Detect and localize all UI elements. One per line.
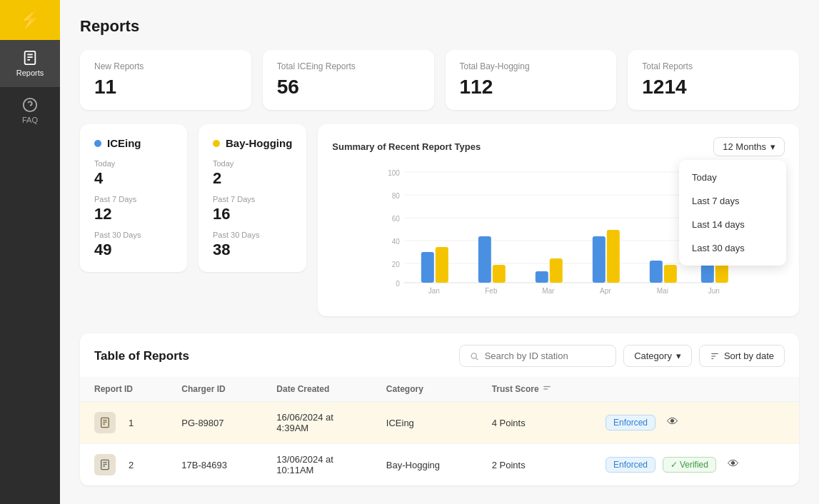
iceing-7days-value: 12 bbox=[94, 205, 173, 223]
svg-rect-27 bbox=[593, 236, 606, 283]
chart-header: Summary of Recent Report Types 12 Months… bbox=[332, 137, 785, 156]
table-section: Table of Reports Category ▾ Sort by d bbox=[80, 333, 799, 485]
svg-rect-30 bbox=[650, 261, 663, 283]
row2-id: 2 bbox=[80, 444, 167, 486]
row1-category: ICEing bbox=[372, 402, 478, 444]
iceing-30days-value: 49 bbox=[94, 241, 173, 259]
svg-text:0: 0 bbox=[396, 280, 401, 288]
stat-value-total-bayhogging: 112 bbox=[460, 76, 603, 99]
iceing-dot bbox=[94, 140, 101, 147]
chart-dropdown-menu: Today Last 7 days Last 14 days Last 30 d… bbox=[679, 160, 786, 266]
svg-rect-22 bbox=[493, 265, 506, 283]
iceing-today-label: Today bbox=[94, 159, 173, 168]
stat-card-total-reports: Total Reports 1214 bbox=[628, 50, 799, 110]
col-charger-id: Charger ID bbox=[167, 377, 262, 402]
row1-id: 1 bbox=[80, 402, 167, 444]
svg-rect-24 bbox=[536, 271, 548, 283]
svg-text:Feb: Feb bbox=[486, 287, 498, 295]
bayhogging-card-title: Bay-Hogging bbox=[226, 137, 292, 149]
row1-trust-score: 4 Points bbox=[478, 402, 591, 444]
stat-label-new-reports: New Reports bbox=[94, 61, 237, 71]
type-cards: ICEing Today 4 Past 7 Days 12 Past 30 Da… bbox=[80, 124, 306, 272]
table-title: Table of Reports bbox=[94, 349, 189, 363]
stat-label-total-iceing: Total ICEing Reports bbox=[277, 61, 420, 71]
svg-text:100: 100 bbox=[388, 169, 400, 177]
iceing-today-value: 4 bbox=[94, 169, 173, 188]
chevron-down-icon: ▾ bbox=[676, 351, 681, 361]
svg-rect-31 bbox=[664, 265, 677, 283]
row2-verified-badge: ✓ Verified bbox=[663, 457, 716, 473]
svg-text:60: 60 bbox=[392, 215, 401, 223]
stat-value-total-iceing: 56 bbox=[277, 76, 420, 99]
svg-rect-28 bbox=[607, 230, 620, 283]
faq-icon bbox=[22, 97, 38, 113]
sidebar-item-faq-label: FAQ bbox=[22, 116, 38, 124]
chart-dropdown-label: 12 Months bbox=[723, 141, 766, 152]
sidebar-logo[interactable]: ⚡ bbox=[0, 0, 60, 40]
svg-text:Mai: Mai bbox=[657, 287, 668, 295]
stats-row: New Reports 11 Total ICEing Reports 56 T… bbox=[80, 50, 799, 110]
chart-title: Summary of Recent Report Types bbox=[332, 141, 481, 152]
svg-text:80: 80 bbox=[392, 192, 401, 200]
sort-label: Sort by date bbox=[724, 351, 774, 361]
row2-category: Bay-Hogging bbox=[372, 444, 478, 486]
svg-point-36 bbox=[471, 353, 476, 358]
bayhogging-card-header: Bay-Hogging bbox=[213, 137, 292, 149]
main-content: Reports New Reports 11 Total ICEing Repo… bbox=[60, 0, 819, 504]
svg-rect-21 bbox=[478, 236, 491, 283]
svg-rect-25 bbox=[550, 258, 563, 283]
col-date-created: Date Created bbox=[262, 377, 371, 402]
row2-enforced-badge: Enforced bbox=[606, 457, 655, 473]
search-box[interactable] bbox=[459, 345, 616, 367]
sidebar-item-reports-label: Reports bbox=[16, 69, 44, 77]
stat-label-total-reports: Total Reports bbox=[642, 61, 785, 71]
bayhogging-dot bbox=[213, 140, 220, 147]
stat-value-new-reports: 11 bbox=[94, 76, 237, 99]
logo-icon: ⚡ bbox=[19, 9, 41, 31]
middle-row: ICEing Today 4 Past 7 Days 12 Past 30 Da… bbox=[80, 124, 799, 316]
svg-rect-18 bbox=[421, 252, 434, 283]
category-button[interactable]: Category ▾ bbox=[623, 345, 692, 367]
bayhogging-today-value: 2 bbox=[213, 169, 292, 188]
bayhogging-today-label: Today bbox=[213, 159, 292, 168]
col-trust-score: Trust Score bbox=[478, 377, 591, 402]
table-controls: Category ▾ Sort by date bbox=[459, 345, 785, 367]
bayhogging-7days-value: 16 bbox=[213, 205, 292, 223]
table-top: Table of Reports Category ▾ Sort by d bbox=[80, 333, 799, 377]
dropdown-option-30days[interactable]: Last 30 days bbox=[679, 236, 786, 260]
stat-card-total-iceing: Total ICEing Reports 56 bbox=[263, 50, 434, 110]
sidebar-item-faq[interactable]: FAQ bbox=[0, 87, 60, 134]
iceing-card: ICEing Today 4 Past 7 Days 12 Past 30 Da… bbox=[80, 124, 187, 272]
search-input[interactable] bbox=[485, 351, 606, 361]
chevron-down-icon: ▾ bbox=[770, 141, 775, 152]
chart-dropdown-btn[interactable]: 12 Months ▾ bbox=[713, 137, 785, 156]
row2-report-icon bbox=[94, 454, 116, 475]
reports-table: Report ID Charger ID Date Created Catego… bbox=[80, 377, 799, 485]
table-row: 2 17B-84693 13/06/2024 at10:11AM Bay-Hog… bbox=[80, 444, 799, 486]
bayhogging-30days-value: 38 bbox=[213, 241, 292, 259]
row2-view-button[interactable]: 👁 bbox=[728, 458, 739, 470]
svg-text:Jun: Jun bbox=[708, 287, 720, 295]
stat-value-total-reports: 1214 bbox=[642, 76, 785, 99]
row1-charger-id: PG-89807 bbox=[167, 402, 262, 444]
search-icon bbox=[470, 351, 478, 361]
row1-status: Enforced 👁 bbox=[591, 402, 799, 444]
svg-rect-19 bbox=[436, 247, 448, 283]
trust-sort-icon bbox=[542, 384, 552, 394]
row1-report-icon bbox=[94, 412, 116, 433]
dropdown-option-today[interactable]: Today bbox=[679, 166, 786, 189]
sort-icon bbox=[710, 351, 720, 361]
sidebar-item-reports[interactable]: Reports bbox=[0, 40, 60, 87]
svg-text:Mar: Mar bbox=[543, 287, 556, 295]
category-label: Category bbox=[634, 351, 672, 361]
bayhogging-30days-label: Past 30 Days bbox=[213, 231, 292, 239]
sidebar: ⚡ Reports FAQ bbox=[0, 0, 60, 504]
row1-view-button[interactable]: 👁 bbox=[667, 415, 678, 428]
bayhogging-card: Bay-Hogging Today 2 Past 7 Days 16 Past … bbox=[199, 124, 306, 272]
chart-card: Summary of Recent Report Types 12 Months… bbox=[318, 124, 799, 316]
dropdown-option-14days[interactable]: Last 14 days bbox=[679, 213, 786, 236]
sort-by-date-button[interactable]: Sort by date bbox=[699, 345, 785, 367]
row1-enforced-badge: Enforced bbox=[606, 415, 655, 430]
dropdown-option-7days[interactable]: Last 7 days bbox=[679, 189, 786, 213]
row2-trust-score: 2 Points bbox=[478, 444, 591, 486]
